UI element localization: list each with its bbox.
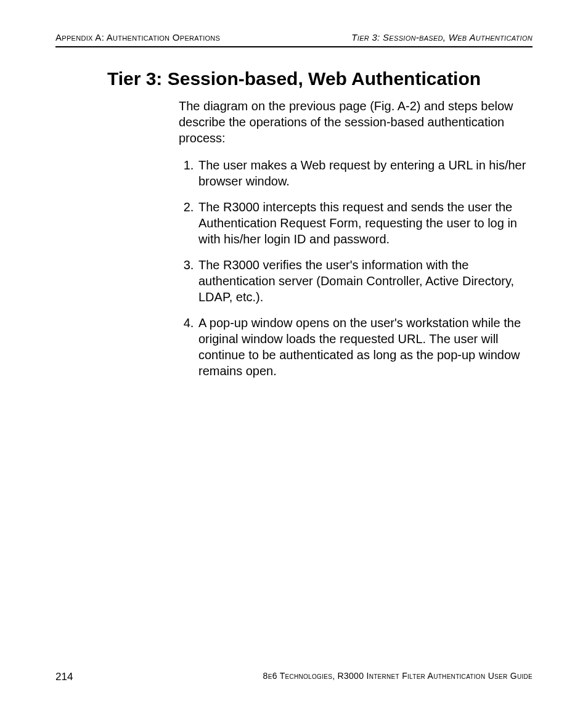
header-rule (55, 46, 533, 47)
footer-right: 8e6 Technologies, R3000 Internet Filter … (263, 671, 533, 683)
page-number: 214 (55, 671, 73, 683)
list-item: The R3000 intercepts this request and se… (197, 199, 530, 247)
header-right: Tier 3: Session-based, Web Authenticatio… (351, 32, 533, 43)
section-title: Tier 3: Session-based, Web Authenticatio… (55, 68, 533, 89)
page-footer: 214 8e6 Technologies, R3000 Internet Fil… (55, 671, 533, 683)
list-item: The user makes a Web request by entering… (197, 157, 530, 189)
running-header: Appendix A: Authentication Operations Ti… (55, 32, 533, 43)
list-item: The R3000 verifies the user's informatio… (197, 257, 530, 305)
steps-list: The user makes a Web request by entering… (179, 157, 530, 379)
body-block: The diagram on the previous page (Fig. A… (179, 98, 530, 379)
document-page: Appendix A: Authentication Operations Ti… (0, 0, 588, 714)
header-left: Appendix A: Authentication Operations (55, 32, 220, 43)
list-item: A pop-up window opens on the user's work… (197, 315, 530, 379)
intro-paragraph: The diagram on the previous page (Fig. A… (179, 98, 530, 146)
